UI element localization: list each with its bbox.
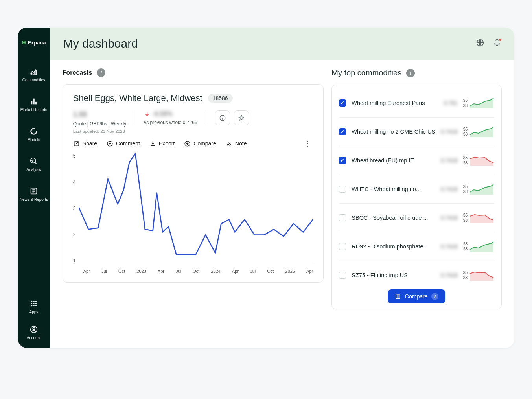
details-info-button[interactable] bbox=[215, 110, 230, 125]
nav-account[interactable]: Account bbox=[27, 325, 41, 340]
info-circle-icon bbox=[219, 114, 226, 121]
news-icon bbox=[29, 187, 38, 195]
sparkline: $5$3 bbox=[463, 240, 494, 253]
nav-news-reports[interactable]: News & Reports bbox=[20, 187, 48, 202]
sidebar: ⁜ Expana Commodities Market Reports Mode… bbox=[18, 28, 50, 348]
user-circle-icon bbox=[29, 325, 38, 334]
note-button[interactable]: Note bbox=[226, 140, 247, 147]
globe-icon[interactable] bbox=[476, 39, 484, 49]
sparkline: $5$3 bbox=[463, 183, 494, 195]
top-commodities-card: Wheat milling Euronext Paris0.761$5$3Whe… bbox=[331, 85, 502, 309]
tool-label: Share bbox=[83, 140, 97, 147]
row-checkbox[interactable] bbox=[339, 128, 346, 135]
row-value: 0.7418 bbox=[441, 243, 458, 250]
arrow-down-icon bbox=[144, 111, 150, 117]
nav-label: Commodities bbox=[22, 78, 45, 82]
commodity-row[interactable]: Wheat milling no 2 CME Chic US0.7418$5$3 bbox=[339, 118, 494, 146]
star-icon bbox=[238, 114, 245, 121]
commodity-row[interactable]: SBOC - Soyabean oil crude ...0.7418$5$3 bbox=[339, 204, 494, 232]
nav-commodities[interactable]: Commodities bbox=[22, 67, 45, 82]
share-icon bbox=[73, 140, 80, 147]
commodity-row[interactable]: WHTC - Wheat milling no...0.7418$5$3 bbox=[339, 175, 494, 204]
plus-circle-icon bbox=[107, 140, 113, 147]
nav-models[interactable]: Models bbox=[28, 127, 40, 142]
commodity-row[interactable]: SZ75 - Fluting imp US0.7418$5$3 bbox=[339, 261, 494, 289]
row-name: WHTC - Wheat milling no... bbox=[352, 186, 435, 192]
svg-rect-1 bbox=[33, 99, 35, 105]
tool-label: Export bbox=[159, 140, 175, 147]
svg-rect-2 bbox=[35, 102, 37, 104]
row-value: 0.7418 bbox=[441, 272, 458, 278]
svg-point-3 bbox=[31, 129, 37, 134]
sparkline: $5$3 bbox=[463, 97, 494, 109]
row-checkbox[interactable] bbox=[339, 186, 346, 193]
nav-label: Apps bbox=[29, 310, 38, 314]
quote-meta: Quote | GBP/lbs | Weekly bbox=[73, 121, 126, 127]
row-value: 0.7418 bbox=[441, 186, 458, 192]
row-checkbox[interactable] bbox=[339, 99, 346, 107]
tool-label: Comment bbox=[116, 140, 140, 147]
commodity-row[interactable]: Wheat bread (EU) mp IT0.7418$5$3 bbox=[339, 146, 494, 175]
export-button[interactable]: Export bbox=[149, 140, 175, 147]
row-checkbox[interactable] bbox=[339, 214, 346, 221]
compare-button[interactable]: Compare bbox=[184, 140, 216, 147]
brand-name: Expana bbox=[28, 40, 46, 46]
row-name: Wheat bread (EU) mp IT bbox=[352, 157, 435, 164]
svg-point-6 bbox=[31, 301, 33, 302]
row-value: 0.761 bbox=[444, 100, 458, 106]
pencil-link-icon bbox=[226, 140, 232, 147]
tool-label: Note bbox=[235, 140, 247, 147]
brand-logo: ⁜ Expana bbox=[22, 39, 46, 46]
row-value: 0.7418 bbox=[441, 129, 458, 135]
compare-cta-button[interactable]: Compare i bbox=[388, 289, 446, 303]
svg-rect-24 bbox=[398, 294, 400, 299]
info-icon[interactable]: i bbox=[97, 68, 105, 77]
notifications-bell-icon[interactable] bbox=[493, 39, 501, 48]
last-updated: Last updated: 21 Nov 2023 bbox=[73, 129, 126, 134]
row-checkbox[interactable] bbox=[339, 272, 346, 279]
page-header: My dashboard bbox=[50, 28, 514, 60]
nav-apps[interactable]: Apps bbox=[29, 299, 38, 314]
forecast-chart: 54321 AprJulOct2023AprJulOct2024AprJulOc… bbox=[73, 151, 313, 277]
ring-icon bbox=[29, 127, 38, 136]
commodity-row[interactable]: RD92 - Disodium phosphate...0.7418$5$3 bbox=[339, 232, 494, 261]
sparkline: $5$3 bbox=[463, 125, 494, 138]
row-name: Wheat milling Euronext Paris bbox=[352, 100, 438, 106]
row-name: RD92 - Disodium phosphate... bbox=[352, 243, 435, 250]
svg-point-16 bbox=[33, 327, 35, 330]
nav-market-reports[interactable]: Market Reports bbox=[20, 97, 47, 112]
nav-label: Analysis bbox=[26, 167, 41, 172]
svg-point-11 bbox=[35, 303, 37, 304]
row-checkbox[interactable] bbox=[339, 157, 346, 164]
sparkline: $5$3 bbox=[463, 211, 494, 224]
download-icon bbox=[149, 140, 156, 147]
favorite-button[interactable] bbox=[234, 110, 249, 125]
nav-analysis[interactable]: Analysis bbox=[26, 157, 41, 172]
svg-point-9 bbox=[31, 303, 33, 304]
tool-label: Compare bbox=[193, 140, 216, 147]
forecast-card: Shell Eggs, White Large, Midwest 18586 1… bbox=[63, 84, 324, 283]
more-menu[interactable]: ⋮ bbox=[303, 139, 313, 148]
commodity-row[interactable]: Wheat milling Euronext Paris0.761$5$3 bbox=[339, 89, 494, 118]
page-title: My dashboard bbox=[63, 37, 138, 50]
row-name: SZ75 - Fluting imp US bbox=[352, 272, 435, 278]
svg-rect-0 bbox=[31, 101, 33, 104]
plus-circle-icon bbox=[184, 140, 191, 147]
delta-indicator: -6.58% bbox=[144, 110, 197, 118]
nav-label: Account bbox=[27, 336, 41, 340]
svg-point-10 bbox=[33, 303, 35, 304]
info-icon[interactable]: i bbox=[406, 69, 415, 77]
share-button[interactable]: Share bbox=[73, 140, 97, 147]
row-value: 0.7418 bbox=[441, 215, 458, 221]
compare-icon bbox=[395, 293, 401, 300]
svg-point-12 bbox=[31, 305, 33, 307]
delta-value: -6.58% bbox=[153, 110, 173, 118]
comment-button[interactable]: Comment bbox=[107, 140, 140, 147]
sparkline: $5$3 bbox=[463, 269, 494, 281]
price-value: 1.98 bbox=[73, 110, 126, 119]
commodity-title: Shell Eggs, White Large, Midwest bbox=[73, 93, 202, 103]
row-checkbox[interactable] bbox=[339, 243, 346, 250]
info-icon: i bbox=[431, 293, 438, 300]
forecasts-heading: Forecasts bbox=[63, 69, 92, 76]
chart-up-icon bbox=[29, 67, 38, 76]
